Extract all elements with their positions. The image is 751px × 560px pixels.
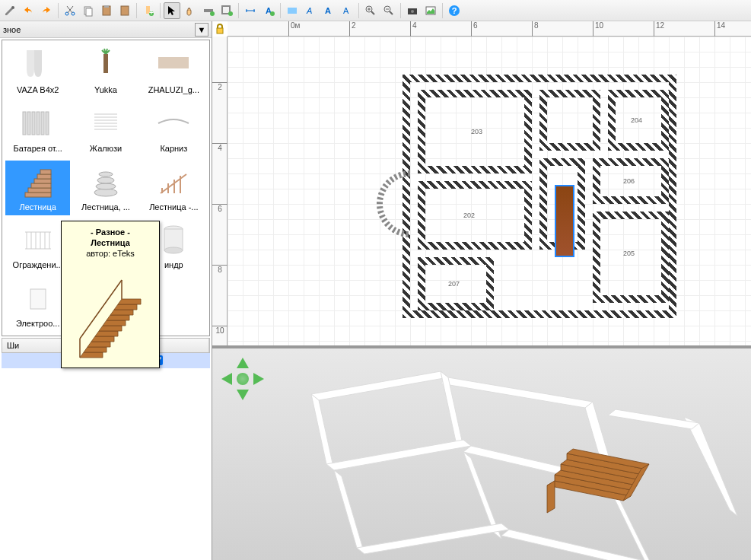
wall-style-button[interactable] bbox=[284, 2, 301, 19]
select-tool[interactable] bbox=[164, 2, 180, 19]
delete-button[interactable] bbox=[116, 2, 133, 19]
furniture-item-curtain-rod[interactable]: Карниз bbox=[142, 102, 206, 158]
tooltip-preview bbox=[72, 262, 148, 361]
svg-text:A: A bbox=[325, 6, 331, 15]
furniture-item-blinds2[interactable]: Жалюзи bbox=[73, 102, 138, 158]
svg-marker-95 bbox=[684, 417, 737, 516]
dimension-tool[interactable] bbox=[242, 2, 259, 19]
placed-staircase[interactable] bbox=[555, 185, 574, 257]
nav-center[interactable] bbox=[237, 373, 249, 385]
furniture-item-spiral-stair[interactable]: Лестница, ... bbox=[73, 161, 138, 216]
svg-marker-83 bbox=[311, 371, 448, 400]
svg-marker-84 bbox=[441, 377, 593, 408]
nav-up[interactable] bbox=[237, 358, 249, 368]
svg-text:A: A bbox=[343, 6, 349, 15]
plan-view-2d[interactable]: 0м 2 4 6 8 10 12 14 2 4 6 8 10 bbox=[212, 21, 751, 348]
svg-marker-78 bbox=[118, 299, 141, 304]
svg-text:?: ? bbox=[452, 6, 457, 15]
camera-button[interactable] bbox=[404, 2, 421, 19]
tooltip-author: автор: eTeks bbox=[68, 249, 153, 258]
svg-rect-31 bbox=[32, 112, 35, 135]
horizontal-ruler: 0м 2 4 6 8 10 12 14 bbox=[228, 21, 751, 37]
svg-point-11 bbox=[210, 11, 215, 16]
furniture-item-stair-rail[interactable]: Лестница -... bbox=[142, 161, 206, 216]
room-tool[interactable] bbox=[218, 2, 235, 19]
svg-rect-30 bbox=[27, 112, 30, 135]
redo-button[interactable] bbox=[38, 2, 55, 19]
svg-marker-68 bbox=[80, 352, 103, 358]
svg-marker-88 bbox=[326, 440, 471, 470]
svg-point-0 bbox=[11, 6, 14, 9]
pan-tool[interactable] bbox=[182, 2, 199, 19]
svg-rect-6 bbox=[104, 5, 109, 8]
svg-rect-41 bbox=[25, 192, 51, 197]
svg-point-48 bbox=[96, 183, 116, 189]
svg-rect-46 bbox=[40, 170, 51, 174]
svg-rect-45 bbox=[37, 174, 51, 179]
svg-rect-4 bbox=[86, 8, 92, 16]
svg-marker-75 bbox=[107, 315, 129, 320]
navigation-widget bbox=[220, 356, 266, 402]
zoom-out-button[interactable] bbox=[380, 2, 397, 19]
tooltip-category: - Разное - bbox=[68, 228, 153, 237]
furniture-item-vase[interactable]: VAZA B4x2 bbox=[5, 43, 70, 99]
furniture-item-staircase[interactable]: Лестница bbox=[5, 161, 70, 216]
cut-button[interactable] bbox=[62, 2, 78, 19]
photo-button[interactable] bbox=[422, 2, 439, 19]
svg-text:A: A bbox=[306, 6, 312, 15]
svg-marker-69 bbox=[84, 347, 107, 352]
category-dropdown-button[interactable]: ▼ bbox=[195, 23, 208, 37]
svg-point-23 bbox=[411, 10, 414, 13]
wall-tool[interactable] bbox=[200, 2, 217, 19]
svg-rect-33 bbox=[41, 112, 44, 135]
svg-marker-73 bbox=[99, 326, 122, 331]
nav-left[interactable] bbox=[221, 373, 232, 385]
nav-right[interactable] bbox=[253, 373, 264, 385]
plan-grid[interactable]: 203 204 204 202 201 206 205 207 bbox=[228, 37, 751, 345]
svg-point-15 bbox=[270, 11, 275, 16]
svg-point-49 bbox=[97, 177, 114, 183]
svg-point-13 bbox=[228, 11, 233, 16]
furniture-item-blinds[interactable]: ZHALUZI_g... bbox=[142, 43, 206, 99]
main-toolbar: + A A A A ? bbox=[0, 0, 751, 21]
svg-marker-74 bbox=[103, 320, 126, 326]
svg-marker-85 bbox=[311, 394, 334, 470]
paste-button[interactable] bbox=[98, 2, 115, 19]
settings-button[interactable] bbox=[2, 2, 18, 19]
tooltip-name: Лестница bbox=[68, 238, 153, 247]
text-style-2[interactable]: A bbox=[320, 2, 337, 19]
svg-rect-67 bbox=[30, 289, 46, 309]
furniture-item-plant[interactable]: Yukka bbox=[73, 43, 138, 99]
svg-point-50 bbox=[99, 172, 113, 177]
svg-rect-42 bbox=[28, 188, 51, 192]
walls-3d bbox=[273, 364, 751, 560]
svg-marker-71 bbox=[91, 336, 114, 342]
svg-marker-76 bbox=[110, 310, 133, 315]
svg-marker-77 bbox=[114, 304, 137, 310]
nav-down[interactable] bbox=[237, 390, 249, 400]
furniture-item-radiator[interactable]: Батарея от... bbox=[5, 102, 70, 158]
svg-marker-70 bbox=[88, 342, 110, 347]
copy-button[interactable] bbox=[80, 2, 97, 19]
furniture-tooltip: - Разное - Лестница автор: eTeks bbox=[61, 221, 160, 368]
svg-marker-104 bbox=[547, 481, 555, 513]
lock-icon[interactable] bbox=[214, 23, 226, 35]
svg-rect-28 bbox=[158, 57, 189, 68]
svg-point-66 bbox=[164, 247, 183, 253]
help-button[interactable]: ? bbox=[446, 2, 463, 19]
svg-rect-32 bbox=[37, 112, 40, 135]
text-tool[interactable]: A bbox=[260, 2, 277, 19]
svg-rect-44 bbox=[34, 179, 51, 183]
zoom-in-button[interactable] bbox=[362, 2, 379, 19]
undo-button[interactable] bbox=[20, 2, 37, 19]
svg-rect-43 bbox=[31, 183, 51, 188]
svg-rect-29 bbox=[23, 112, 26, 135]
category-label: зное bbox=[3, 25, 21, 34]
add-furniture-button[interactable]: + bbox=[140, 2, 157, 19]
text-style-3[interactable]: A bbox=[339, 2, 355, 19]
category-selector[interactable]: зное ▼ bbox=[0, 21, 212, 38]
view-3d[interactable] bbox=[212, 348, 751, 560]
floorplan: 203 204 204 202 201 206 205 207 bbox=[372, 59, 692, 333]
svg-rect-27 bbox=[103, 54, 108, 73]
text-style-1[interactable]: A bbox=[302, 2, 319, 19]
